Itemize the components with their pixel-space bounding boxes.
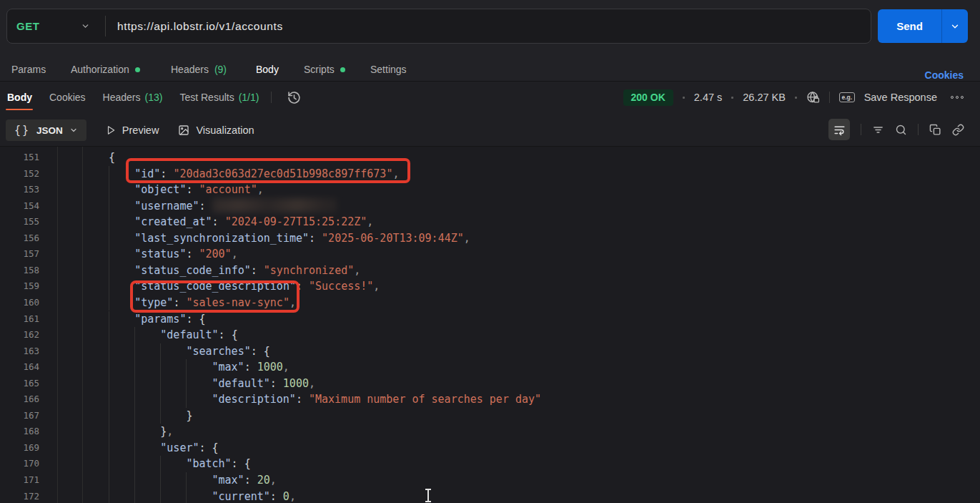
indent-guide [186,472,187,489]
code-token: "max" [212,474,244,487]
response-tab-cookies[interactable]: Cookies [49,92,86,103]
method-selector[interactable]: GET [7,9,112,43]
code-line-155: "created_at": "2024-09-27T15:25:22Z", [134,214,373,230]
indent-guide [134,359,135,376]
request-tab-body[interactable]: Body [256,59,279,80]
network-globe-icon[interactable] [806,91,820,104]
preview-button[interactable]: Preview [106,124,159,136]
line-number: 167 [0,408,39,424]
tab-label: Params [11,64,46,75]
code-line-172: "current": 0, [212,489,296,503]
indent-guide [160,472,161,489]
code-token: "username" [134,200,199,213]
tab-label: Body [7,92,32,103]
copy-icon[interactable] [929,124,941,136]
code-token: "type" [134,296,173,309]
tab-label: Scripts [304,64,335,75]
request-tab-authorization[interactable]: Authorization [71,59,140,80]
code-line-157: "status": "200", [134,246,238,263]
code-line-159: "status_code_description": "Success!", [134,278,380,295]
chevron-down-icon [950,21,960,31]
visualization-button[interactable]: Visualization [178,124,254,136]
response-tab-body[interactable]: Body [7,92,32,103]
indent-guide [109,311,109,328]
code-line-171: "max": 20, [212,472,277,489]
code-token: : [270,377,283,390]
response-tab-test-results[interactable]: Test Results(1/1) [179,92,259,103]
line-number: 164 [0,359,39,376]
code-token: : [309,232,322,245]
tab-label: Headers [103,92,141,103]
tab-label: Cookies [49,92,86,103]
tab-label: Settings [370,64,407,75]
indent-guide [109,166,109,182]
braces-icon: {} [14,124,30,137]
tab-label: Headers [171,64,209,75]
line-number: 159 [0,278,39,295]
status-badge[interactable]: 200 OK [623,89,673,106]
indent-guide [134,327,135,343]
code-token: , [167,425,173,438]
divider [829,92,830,103]
indent-guide [109,424,109,440]
line-number: 152 [0,166,39,182]
code-token: "status_code_description" [134,280,296,293]
cookies-link[interactable]: Cookies [925,69,964,81]
response-body-viewer[interactable]: 151{152"id": "20dad3c063d27ec0d51b998c89… [0,146,980,503]
code-token: : [270,490,283,503]
request-tab-headers[interactable]: Headers(9) [171,59,227,80]
line-number: 158 [0,263,39,279]
response-tab-headers[interactable]: Headers(13) [103,92,163,103]
code-line-169: "user": { [160,440,218,456]
line-number: 151 [0,150,39,166]
code-token: 20 [257,474,270,487]
tab-count: (1/1) [239,92,259,103]
code-token: "object" [134,183,186,196]
code-token: "current" [212,490,270,503]
code-token: : { [186,313,205,326]
gutter-border [57,147,58,503]
code-token: : { [232,457,251,470]
format-selector[interactable]: {} JSON [6,119,86,141]
code-token: , [283,361,289,373]
link-icon[interactable] [952,124,964,136]
send-button[interactable]: Send [878,9,968,43]
indent-guide [186,489,187,503]
code-token: , [392,167,399,180]
code-token: "20dad3c063d27ec0d51b998c897ff673" [173,167,392,180]
request-tab-settings[interactable]: Settings [370,59,407,80]
code-token: "last_synchronization_time" [134,232,309,245]
code-token: , [270,474,277,487]
code-token: 0 [283,490,289,503]
line-number: 153 [0,182,39,198]
wrap-text-button[interactable] [828,119,850,140]
request-tab-params[interactable]: Params [11,59,46,80]
divider [105,16,106,36]
indent-guide [109,456,109,472]
history-icon[interactable] [287,90,302,105]
indent-guide [160,391,161,408]
tab-label: Test Results [179,92,234,103]
code-token: "default" [160,328,218,341]
response-size[interactable]: 26.27 KB [743,92,786,103]
request-tab-scripts[interactable]: Scripts [304,59,345,80]
gutter-border [82,147,83,503]
indent-guide [160,489,161,503]
send-options-button[interactable] [942,9,968,43]
more-actions-button[interactable] [951,96,964,99]
search-icon[interactable] [895,124,907,136]
indent-guide [109,343,109,360]
line-number: 162 [0,327,39,343]
filter-icon[interactable] [872,124,884,136]
url-input[interactable]: https://api.lobstr.io/v1/accounts [117,9,283,43]
wrap-text-icon [833,124,846,136]
code-line-166: "description": "Maximum number of search… [212,391,542,408]
line-number: 165 [0,376,39,392]
save-response-button[interactable]: Save Response [864,92,937,103]
response-time[interactable]: 2.47 s [694,92,723,103]
active-tab-underline [6,109,33,111]
code-line-152: "id": "20dad3c063d27ec0d51b998c897ff673"… [134,166,399,182]
indent-guide [109,263,109,279]
chevron-down-icon [81,21,90,31]
code-token: "2024-09-27T15:25:22Z" [225,215,367,228]
